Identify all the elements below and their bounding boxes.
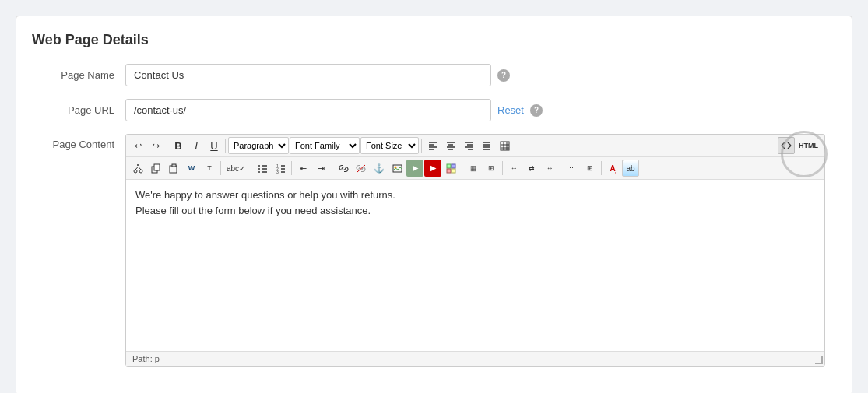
table-button[interactable] — [496, 137, 513, 154]
font-size-select[interactable]: Font Size 8pt 10pt 12pt 14pt 18pt 24pt — [360, 137, 419, 154]
anchor-button[interactable]: ⚓ — [371, 160, 388, 177]
page-container: Web Page Details Page Name ? Page URL Re… — [16, 16, 852, 393]
separator-2 — [225, 139, 226, 153]
bg-color-button[interactable]: ab — [622, 160, 639, 177]
page-name-row: Page Name ? — [32, 64, 836, 86]
page-content-label: Page Content — [32, 134, 125, 150]
redo-button[interactable]: ↪ — [147, 137, 164, 154]
page-name-label: Page Name — [32, 69, 125, 81]
paste-word-button[interactable]: W — [183, 160, 200, 177]
select-all-button[interactable]: ↔ — [541, 160, 558, 177]
page-url-label: Page URL — [32, 104, 125, 116]
resize-handle[interactable] — [815, 356, 824, 366]
html-button[interactable]: HTML — [796, 137, 821, 154]
replace-button[interactable]: ⇄ — [523, 160, 540, 177]
svg-line-24 — [788, 146, 791, 149]
bold-button[interactable]: B — [170, 137, 187, 154]
undo-button[interactable]: ↩ — [129, 137, 146, 154]
content-line1: We're happy to answer questions or help … — [135, 189, 395, 201]
list-ul-button[interactable] — [254, 160, 271, 177]
toolbar-row1: ↩ ↪ B I U Paragraph Heading 1 Heading 2 … — [126, 135, 824, 157]
page-name-input[interactable] — [125, 64, 491, 86]
indent-decrease-button[interactable]: ⇤ — [294, 160, 311, 177]
align-center-button[interactable] — [442, 137, 459, 154]
svg-point-34 — [258, 165, 260, 167]
cut-button[interactable] — [129, 160, 146, 177]
editor-path: Path: p — [126, 351, 824, 366]
separator-r2-4 — [332, 161, 332, 175]
svg-text:3.: 3. — [276, 170, 279, 174]
path-text: Path: p — [132, 354, 160, 363]
svg-point-36 — [258, 171, 260, 173]
image-button[interactable] — [388, 160, 406, 177]
svg-rect-49 — [447, 164, 451, 168]
separator-r2-2 — [251, 161, 251, 175]
content-paragraph: We're happy to answer questions or help … — [135, 188, 815, 218]
page-url-row: Page URL Reset ? — [32, 99, 836, 121]
svg-point-35 — [258, 168, 260, 170]
editor-container: ↩ ↪ B I U Paragraph Heading 1 Heading 2 … — [125, 134, 825, 367]
separator-r2-5 — [462, 161, 462, 175]
align-justify-button[interactable] — [478, 137, 495, 154]
find-replace-button[interactable]: ↔ — [505, 160, 522, 177]
svg-line-22 — [782, 146, 785, 149]
svg-rect-51 — [447, 169, 451, 173]
italic-button[interactable]: I — [188, 137, 205, 154]
svg-rect-33 — [172, 164, 176, 167]
source-button[interactable] — [778, 137, 795, 154]
svg-line-28 — [138, 167, 141, 170]
page-content-row: Page Content ↩ ↪ B I U Paragraph Heading… — [32, 134, 836, 367]
separator-r2-8 — [601, 161, 602, 175]
align-left-button[interactable] — [424, 137, 441, 154]
toolbar-row2: W T abc✓ 1.2.3. ⇤ ⇥ — [126, 157, 824, 180]
youtube-button[interactable]: ▶ — [424, 160, 441, 177]
separator-3 — [421, 139, 422, 153]
editor-content[interactable]: We're happy to answer questions or help … — [126, 180, 824, 351]
show-borders-button[interactable]: ⊞ — [483, 160, 500, 177]
svg-line-27 — [135, 167, 139, 170]
page-url-input[interactable] — [125, 99, 491, 121]
spell-check-button[interactable]: abc✓ — [223, 160, 248, 177]
page-name-help-icon[interactable]: ? — [497, 69, 510, 82]
underline-button[interactable]: U — [206, 137, 223, 154]
unlink-button[interactable] — [353, 160, 370, 177]
svg-rect-50 — [452, 164, 455, 168]
separator-r2-6 — [502, 161, 503, 175]
svg-rect-47 — [393, 165, 402, 172]
separator-1 — [167, 139, 167, 153]
content-line2: Please fill out the form below if you ne… — [135, 205, 371, 216]
more-button[interactable]: ⋯ — [564, 160, 581, 177]
svg-point-25 — [134, 170, 137, 173]
svg-line-21 — [782, 142, 785, 146]
separator-r2-7 — [561, 161, 561, 175]
svg-line-23 — [788, 142, 791, 146]
align-right-button[interactable] — [460, 137, 477, 154]
page-url-help-icon[interactable]: ? — [530, 104, 543, 117]
copy-button[interactable] — [147, 160, 164, 177]
reset-link[interactable]: Reset — [497, 104, 524, 116]
show-blocks-button[interactable]: ▦ — [465, 160, 482, 177]
paste-text-button[interactable]: T — [201, 160, 218, 177]
text-color-button[interactable]: A — [604, 160, 621, 177]
source-buttons-group: HTML — [778, 137, 821, 154]
svg-rect-16 — [501, 142, 509, 150]
link-button[interactable] — [335, 160, 352, 177]
resize-table-button[interactable]: ⊞ — [582, 160, 599, 177]
list-ol-button[interactable]: 1.2.3. — [272, 160, 289, 177]
separator-r2-1 — [220, 161, 221, 175]
page-title: Web Page Details — [32, 32, 836, 48]
font-family-select[interactable]: Font Family Arial Times New Roman Courie… — [290, 137, 360, 154]
paragraph-select[interactable]: Paragraph Heading 1 Heading 2 Heading 3 — [228, 137, 289, 154]
svg-rect-52 — [452, 169, 455, 173]
paste-button[interactable] — [165, 160, 182, 177]
svg-rect-31 — [154, 164, 160, 170]
media-button[interactable]: ▶ — [406, 160, 423, 177]
widget-button[interactable] — [442, 160, 459, 177]
separator-r2-3 — [291, 161, 292, 175]
svg-point-26 — [139, 170, 142, 173]
indent-increase-button[interactable]: ⇥ — [312, 160, 329, 177]
